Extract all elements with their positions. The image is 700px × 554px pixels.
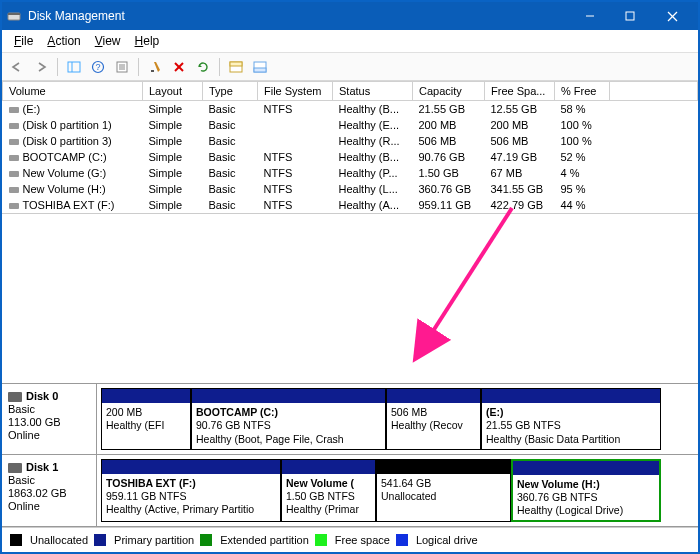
volume-row[interactable]: New Volume (H:)SimpleBasicNTFSHealthy (L… bbox=[3, 181, 698, 197]
cell-layout: Simple bbox=[143, 117, 203, 133]
disk1-label[interactable]: Disk 1 Basic 1863.02 GB Online bbox=[2, 455, 97, 526]
partition-title: BOOTCAMP (C:) bbox=[196, 406, 278, 418]
disk-icon bbox=[8, 463, 22, 473]
partition-body: TOSHIBA EXT (F:)959.11 GB NTFSHealthy (A… bbox=[102, 474, 280, 521]
partition-header bbox=[377, 460, 510, 474]
partition-header bbox=[282, 460, 375, 474]
cell-type: Basic bbox=[203, 133, 258, 149]
swatch-primary bbox=[94, 534, 106, 546]
partition-size: 959.11 GB NTFS bbox=[106, 490, 187, 502]
volume-row[interactable]: BOOTCAMP (C:)SimpleBasicNTFSHealthy (B..… bbox=[3, 149, 698, 165]
col-status[interactable]: Status bbox=[333, 82, 413, 101]
disk0-name: Disk 0 bbox=[26, 390, 58, 402]
minimize-button[interactable] bbox=[570, 3, 610, 29]
partition-block[interactable]: 200 MBHealthy (EFI bbox=[101, 388, 191, 449]
partition-block[interactable]: New Volume (1.50 GB NTFSHealthy (Primar bbox=[281, 459, 376, 522]
volume-icon bbox=[9, 155, 19, 161]
properties-button[interactable] bbox=[111, 57, 133, 77]
cell-fs: NTFS bbox=[258, 101, 333, 118]
partition-block[interactable]: (E:)21.55 GB NTFSHealthy (Basic Data Par… bbox=[481, 388, 661, 449]
partition-size: 506 MB bbox=[391, 406, 427, 418]
menu-help[interactable]: Help bbox=[129, 32, 166, 50]
cell-volume: (E:) bbox=[3, 101, 143, 118]
legend-primary: Primary partition bbox=[114, 534, 194, 546]
partition-size: 21.55 GB NTFS bbox=[486, 419, 561, 431]
maximize-button[interactable] bbox=[610, 3, 650, 29]
app-icon bbox=[6, 8, 22, 24]
partition-title: TOSHIBA EXT (F:) bbox=[106, 477, 196, 489]
partition-body: 541.64 GBUnallocated bbox=[377, 474, 510, 521]
cell-type: Basic bbox=[203, 101, 258, 118]
back-button[interactable] bbox=[6, 57, 28, 77]
menu-file[interactable]: File bbox=[8, 32, 39, 50]
titlebar: Disk Management bbox=[2, 2, 698, 30]
cell-layout: Simple bbox=[143, 149, 203, 165]
cell-volume: TOSHIBA EXT (F:) bbox=[3, 197, 143, 213]
partition-header bbox=[482, 389, 660, 403]
partition-block[interactable]: 506 MBHealthy (Recov bbox=[386, 388, 481, 449]
cell-layout: Simple bbox=[143, 181, 203, 197]
partition-body: New Volume (1.50 GB NTFSHealthy (Primar bbox=[282, 474, 375, 521]
partition-block[interactable]: TOSHIBA EXT (F:)959.11 GB NTFSHealthy (A… bbox=[101, 459, 281, 522]
volume-row[interactable]: (Disk 0 partition 1)SimpleBasicHealthy (… bbox=[3, 117, 698, 133]
disk0-label[interactable]: Disk 0 Basic 113.00 GB Online bbox=[2, 384, 97, 453]
cell-status: Healthy (A... bbox=[333, 197, 413, 213]
cell-capacity: 506 MB bbox=[413, 133, 485, 149]
refresh-button[interactable] bbox=[192, 57, 214, 77]
disk0-kind: Basic bbox=[8, 403, 90, 415]
col-free[interactable]: Free Spa... bbox=[485, 82, 555, 101]
cell-type: Basic bbox=[203, 181, 258, 197]
disk1-kind: Basic bbox=[8, 474, 90, 486]
partition-header bbox=[102, 460, 280, 474]
cell-free: 67 MB bbox=[485, 165, 555, 181]
partition-block[interactable]: 541.64 GBUnallocated bbox=[376, 459, 511, 522]
delete-button[interactable] bbox=[168, 57, 190, 77]
col-volume[interactable]: Volume bbox=[3, 82, 143, 101]
annotation-arrow bbox=[262, 204, 522, 374]
partition-block[interactable]: BOOTCAMP (C:)90.76 GB NTFSHealthy (Boot,… bbox=[191, 388, 386, 449]
disk0-body: 200 MBHealthy (EFIBOOTCAMP (C:)90.76 GB … bbox=[97, 384, 698, 453]
menu-view[interactable]: View bbox=[89, 32, 127, 50]
help-button[interactable]: ? bbox=[87, 57, 109, 77]
col-capacity[interactable]: Capacity bbox=[413, 82, 485, 101]
partition-body: 200 MBHealthy (EFI bbox=[102, 403, 190, 448]
disk1-size: 1863.02 GB bbox=[8, 487, 90, 499]
settings-button[interactable] bbox=[144, 57, 166, 77]
volume-row[interactable]: New Volume (G:)SimpleBasicNTFSHealthy (P… bbox=[3, 165, 698, 181]
col-pctfree[interactable]: % Free bbox=[555, 82, 610, 101]
cell-pctfree: 52 % bbox=[555, 149, 610, 165]
volume-row[interactable]: (Disk 0 partition 3)SimpleBasicHealthy (… bbox=[3, 133, 698, 149]
partition-header bbox=[513, 461, 659, 475]
legend: Unallocated Primary partition Extended p… bbox=[2, 527, 698, 552]
show-hide-tree-button[interactable] bbox=[63, 57, 85, 77]
disk1-name: Disk 1 bbox=[26, 461, 58, 473]
col-filesystem[interactable]: File System bbox=[258, 82, 333, 101]
cell-status: Healthy (L... bbox=[333, 181, 413, 197]
volume-row[interactable]: TOSHIBA EXT (F:)SimpleBasicNTFSHealthy (… bbox=[3, 197, 698, 213]
cell-capacity: 90.76 GB bbox=[413, 149, 485, 165]
menu-action[interactable]: Action bbox=[41, 32, 86, 50]
close-button[interactable] bbox=[650, 3, 694, 29]
col-type[interactable]: Type bbox=[203, 82, 258, 101]
list-top-button[interactable] bbox=[225, 57, 247, 77]
partition-status: Healthy (Basic Data Partition bbox=[486, 433, 620, 445]
partition-title: (E:) bbox=[486, 406, 504, 418]
col-layout[interactable]: Layout bbox=[143, 82, 203, 101]
forward-button[interactable] bbox=[30, 57, 52, 77]
svg-rect-1 bbox=[8, 13, 20, 15]
volume-icon bbox=[9, 107, 19, 113]
cell-status: Healthy (B... bbox=[333, 101, 413, 118]
volume-row[interactable]: (E:)SimpleBasicNTFSHealthy (B...21.55 GB… bbox=[3, 101, 698, 118]
cell-volume: (Disk 0 partition 3) bbox=[3, 133, 143, 149]
cell-layout: Simple bbox=[143, 197, 203, 213]
cell-free: 12.55 GB bbox=[485, 101, 555, 118]
toolbar-separator bbox=[57, 58, 58, 76]
partition-block[interactable]: New Volume (H:)360.76 GB NTFSHealthy (Lo… bbox=[511, 459, 661, 522]
list-bottom-button[interactable] bbox=[249, 57, 271, 77]
partition-status: Unallocated bbox=[381, 490, 436, 502]
svg-rect-18 bbox=[230, 62, 242, 66]
cell-free: 506 MB bbox=[485, 133, 555, 149]
volume-icon bbox=[9, 171, 19, 177]
cell-type: Basic bbox=[203, 197, 258, 213]
swatch-unallocated bbox=[10, 534, 22, 546]
